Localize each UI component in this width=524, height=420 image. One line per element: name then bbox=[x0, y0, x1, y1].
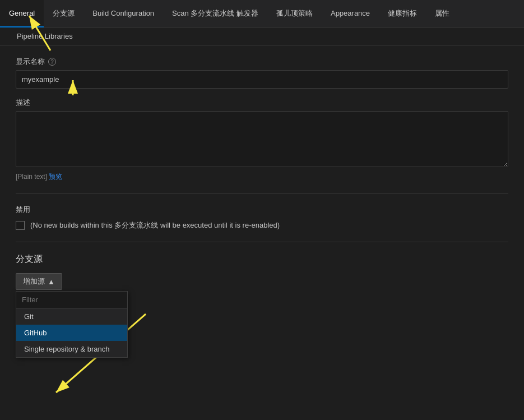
dropdown-item-git[interactable]: Git bbox=[16, 308, 127, 325]
display-name-label: 显示名称 ? bbox=[16, 57, 508, 67]
tab-general[interactable]: General bbox=[0, 0, 44, 27]
description-label: 描述 bbox=[16, 98, 508, 108]
tab-pipeline-libraries[interactable]: Pipeline Libraries bbox=[9, 27, 81, 45]
description-input[interactable] bbox=[16, 111, 508, 167]
add-source-button[interactable]: 增加源 ▲ bbox=[16, 273, 62, 290]
dropdown-item-single-repo[interactable]: Single repository & branch bbox=[16, 341, 127, 357]
add-source-dropdown-container: 增加源 ▲ Git GitHub Single repository & bra… bbox=[16, 273, 62, 290]
display-name-input[interactable] bbox=[16, 70, 508, 89]
tab-properties[interactable]: 属性 bbox=[426, 0, 458, 27]
tab-health-metrics[interactable]: 健康指标 bbox=[379, 0, 426, 27]
tab-build-configuration[interactable]: Build Configuration bbox=[84, 0, 163, 27]
preview-line: [Plain text] 预览 bbox=[16, 172, 508, 182]
disabled-checkbox-row: (No new builds within this 多分支流水线 will b… bbox=[16, 220, 508, 230]
disabled-checkbox[interactable] bbox=[16, 221, 25, 230]
disabled-label: 禁用 bbox=[16, 205, 508, 215]
tab-orphan-strategy[interactable]: 孤儿顶策略 bbox=[267, 0, 322, 27]
dropdown-item-github[interactable]: GitHub bbox=[16, 325, 127, 341]
divider-2 bbox=[16, 242, 508, 242]
tab-appearance[interactable]: Appearance bbox=[322, 0, 379, 27]
tab-bar: General 分支源 Build Configuration Scan 多分支… bbox=[0, 0, 524, 27]
disabled-checkbox-label: (No new builds within this 多分支流水线 will b… bbox=[30, 220, 280, 230]
chevron-up-icon: ▲ bbox=[48, 278, 55, 286]
preview-link[interactable]: 预览 bbox=[49, 173, 62, 181]
tab-branch-source[interactable]: 分支源 bbox=[44, 0, 84, 27]
display-name-help-icon[interactable]: ? bbox=[48, 58, 56, 66]
main-content: 显示名称 ? 描述 [Plain text] 预览 禁用 (No new bui… bbox=[0, 45, 524, 319]
secondary-tab-bar: Pipeline Libraries bbox=[0, 27, 524, 45]
add-source-dropdown-menu: Git GitHub Single repository & branch bbox=[16, 291, 128, 358]
divider-1 bbox=[16, 193, 508, 193]
tab-scan-trigger[interactable]: Scan 多分支流水线 触发器 bbox=[163, 0, 267, 27]
branch-source-title: 分支源 bbox=[16, 253, 508, 265]
dropdown-filter-input[interactable] bbox=[16, 292, 127, 308]
